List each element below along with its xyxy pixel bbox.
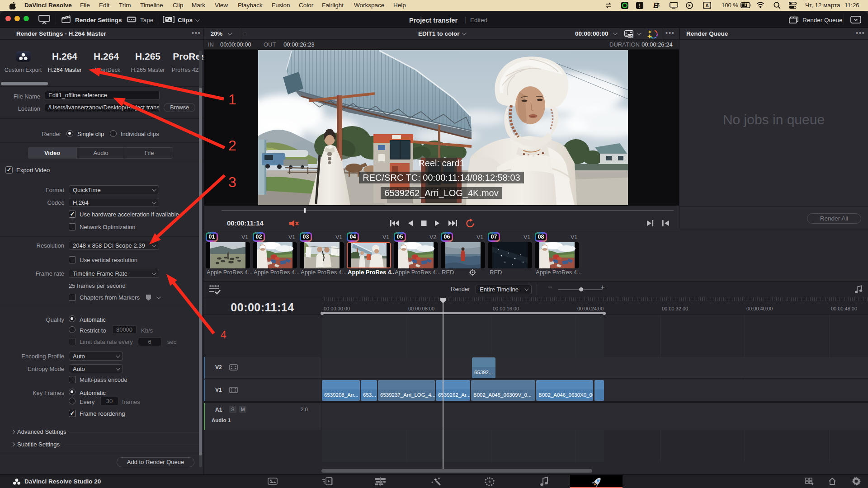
svg-text:B: B xyxy=(653,1,659,9)
svg-text:A: A xyxy=(705,3,709,8)
svg-text:!: ! xyxy=(639,3,641,9)
svg-text:HQ: HQ xyxy=(628,34,632,38)
